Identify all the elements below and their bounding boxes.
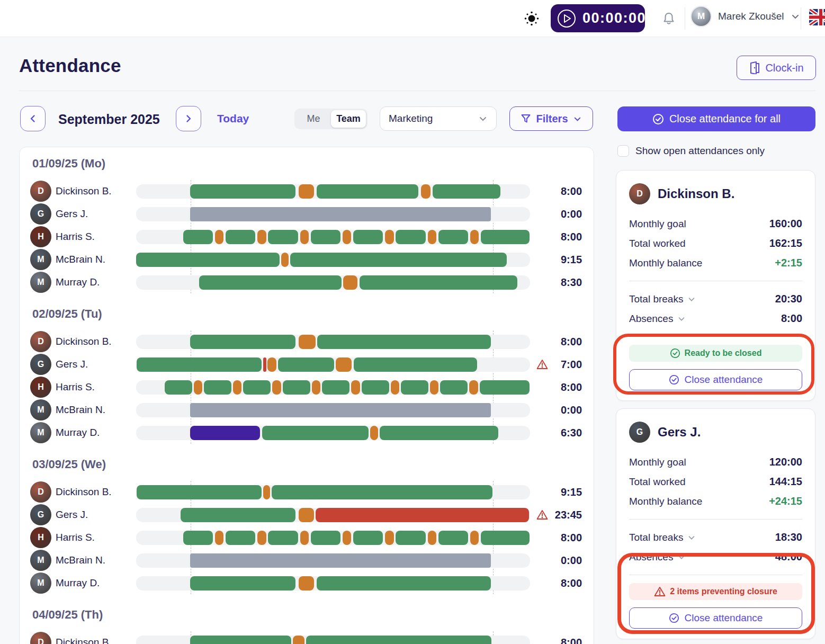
break-segment[interactable] (391, 380, 399, 395)
today-link[interactable]: Today (217, 112, 249, 125)
break-segment[interactable] (430, 380, 438, 395)
work-segment[interactable] (278, 357, 334, 372)
attendance-track[interactable] (136, 553, 530, 568)
break-segment[interactable] (233, 380, 241, 395)
work-segment[interactable] (396, 230, 426, 244)
user-menu[interactable]: M Marek Zkoušel (691, 6, 800, 27)
work-segment[interactable] (183, 531, 213, 545)
work-segment[interactable] (480, 380, 530, 395)
attendance-track[interactable] (136, 636, 530, 644)
work-segment[interactable] (137, 357, 262, 372)
break-segment[interactable] (299, 508, 314, 522)
break-segment[interactable] (257, 531, 266, 545)
absence-segment[interactable] (190, 207, 491, 221)
break-segment[interactable] (428, 230, 436, 244)
work-segment[interactable] (226, 230, 256, 244)
work-segment[interactable] (438, 531, 469, 545)
expander-label[interactable]: Absences (629, 313, 686, 325)
prev-month-button[interactable] (20, 106, 46, 131)
break-segment[interactable] (469, 380, 478, 395)
show-open-checkbox[interactable] (617, 145, 629, 157)
work-segment[interactable] (360, 275, 517, 290)
work-segment[interactable] (396, 531, 426, 545)
expander-label[interactable]: Total breaks (629, 293, 696, 305)
scope-option-me[interactable]: Me (296, 110, 331, 128)
work-segment[interactable] (226, 531, 256, 545)
break-segment[interactable] (272, 380, 281, 395)
work-segment[interactable] (283, 380, 310, 395)
work-segment[interactable] (181, 508, 295, 522)
break-segment[interactable] (281, 253, 289, 267)
expander-label[interactable]: Absences (629, 551, 686, 563)
language-flag-icon[interactable] (809, 9, 825, 25)
theme-toggle-icon[interactable] (520, 7, 543, 30)
work-segment[interactable] (438, 230, 469, 244)
attendance-track[interactable] (136, 275, 530, 290)
work-segment[interactable] (354, 357, 477, 372)
notifications-bell-icon[interactable] (659, 8, 679, 29)
break-segment[interactable] (300, 531, 309, 545)
attendance-track[interactable] (136, 207, 530, 221)
work-segment[interactable] (306, 636, 491, 644)
break-segment[interactable] (312, 380, 320, 395)
break-segment[interactable] (215, 531, 223, 545)
work-segment[interactable] (272, 485, 492, 499)
attendance-track[interactable] (136, 576, 530, 591)
work-segment[interactable] (440, 380, 468, 395)
attendance-track[interactable] (136, 253, 530, 267)
work-segment[interactable] (362, 380, 389, 395)
timer-widget[interactable]: 00:00:00 (551, 4, 645, 32)
break-segment[interactable] (267, 357, 276, 372)
break-segment[interactable] (194, 380, 202, 395)
clock-in-button[interactable]: Clock-in (737, 56, 816, 80)
break-segment[interactable] (421, 184, 431, 199)
break-segment[interactable] (343, 275, 357, 290)
work-segment[interactable] (199, 275, 342, 290)
attendance-track[interactable] (136, 508, 530, 522)
work-segment[interactable] (190, 636, 291, 644)
break-segment[interactable] (428, 531, 436, 545)
next-month-button[interactable] (176, 106, 201, 131)
attendance-track[interactable] (136, 184, 530, 199)
work-segment[interactable] (481, 230, 530, 244)
break-segment[interactable] (299, 335, 316, 349)
attendance-track[interactable] (136, 485, 530, 499)
break-segment[interactable] (370, 426, 378, 440)
break-segment[interactable] (351, 380, 360, 395)
break-segment[interactable] (299, 576, 315, 591)
work-segment[interactable] (317, 335, 491, 349)
close-attendance-button[interactable]: Close attendance (629, 369, 802, 390)
break-segment[interactable] (257, 230, 266, 244)
attendance-track[interactable] (136, 357, 530, 372)
work-segment[interactable] (322, 380, 349, 395)
work-segment[interactable] (311, 531, 341, 545)
break-segment[interactable] (385, 531, 393, 545)
work-segment[interactable] (316, 508, 529, 522)
break-segment[interactable] (336, 357, 352, 372)
work-segment[interactable] (190, 184, 295, 199)
work-segment[interactable] (317, 184, 419, 199)
work-segment[interactable] (262, 426, 369, 440)
work-segment[interactable] (190, 335, 295, 349)
department-select[interactable]: Marketing (380, 106, 497, 131)
filters-button[interactable]: Filters (509, 106, 593, 131)
work-segment[interactable] (190, 576, 295, 591)
close-attendance-for-all-button[interactable]: Close attendance for all (617, 106, 815, 131)
close-attendance-button[interactable]: Close attendance (629, 607, 802, 629)
work-segment[interactable] (481, 531, 530, 545)
break-segment[interactable] (343, 531, 351, 545)
work-segment[interactable] (183, 230, 213, 244)
absence-segment[interactable] (190, 553, 491, 568)
expander-label[interactable]: Total breaks (629, 532, 696, 543)
work-segment[interactable] (243, 380, 271, 395)
work-segment[interactable] (401, 380, 428, 395)
work-segment[interactable] (165, 380, 192, 395)
absence-segment[interactable] (190, 403, 491, 417)
work-segment[interactable] (268, 230, 298, 244)
work-segment[interactable] (204, 380, 231, 395)
work-segment[interactable] (268, 531, 298, 545)
break-segment[interactable] (215, 230, 223, 244)
attendance-track[interactable] (136, 230, 530, 244)
work-segment[interactable] (353, 531, 383, 545)
work-segment[interactable] (380, 426, 498, 440)
